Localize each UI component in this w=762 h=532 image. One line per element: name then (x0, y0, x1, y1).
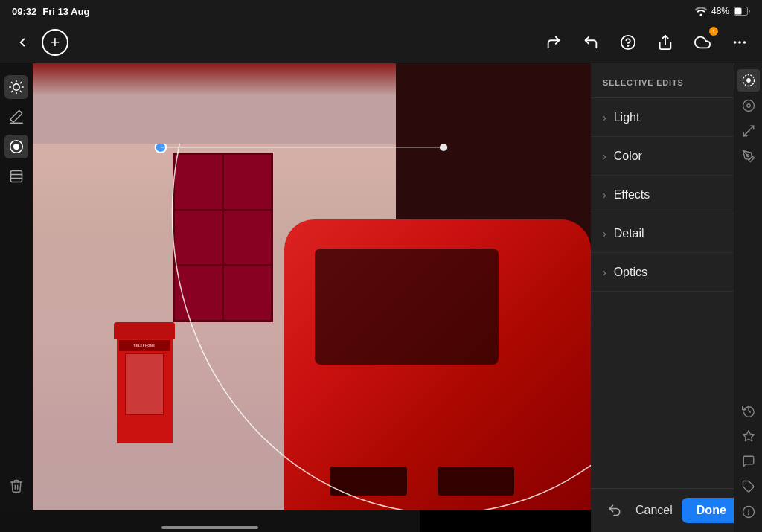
panel-header: SELECTIVE EDITS (591, 63, 734, 98)
presets-tool[interactable] (737, 425, 760, 447)
panel-undo-button[interactable] (603, 499, 627, 522)
far-right-sidebar (734, 63, 762, 532)
phone-box-window (125, 353, 164, 415)
svg-point-7 (743, 41, 746, 44)
pen-tool[interactable] (737, 145, 760, 167)
time: 09:32 (12, 6, 36, 17)
toolbar-left: + (9, 29, 68, 56)
svg-rect-19 (11, 171, 22, 182)
bus-window (315, 249, 499, 365)
eraser-tool-button[interactable] (4, 105, 28, 129)
radial-select-button[interactable] (4, 135, 28, 158)
battery-percent: 48% (711, 6, 729, 16)
chevron-right-icon: › (603, 150, 606, 162)
panel-item-effects-label: Effects (614, 188, 650, 202)
svg-line-16 (20, 83, 21, 83)
undo-button[interactable] (577, 29, 604, 56)
status-bar: 09:32 Fri 13 Aug 48% (0, 0, 762, 22)
panel-item-detail-label: Detail (614, 227, 644, 240)
panel-item-color[interactable]: › Color (591, 137, 734, 176)
help-button[interactable] (615, 29, 641, 56)
status-left: 09:32 Fri 13 Aug (12, 6, 89, 17)
notification-badge: 1 (709, 27, 718, 36)
cloud-notification: 1 (689, 29, 716, 56)
canvas-bottom (0, 510, 420, 532)
date: Fri 13 Aug (42, 6, 89, 17)
panel-item-optics[interactable]: › Optics (591, 253, 734, 292)
wall-window (173, 153, 273, 322)
history-tool[interactable] (737, 400, 760, 422)
delete-button[interactable] (4, 474, 28, 498)
panel-item-light-label: Light (614, 111, 640, 124)
redo-button[interactable] (540, 29, 567, 56)
chevron-right-icon: › (603, 112, 606, 124)
selective-edits-tool[interactable] (737, 69, 760, 92)
panel-item-light[interactable]: › Light (591, 98, 734, 137)
panel-title: SELECTIVE EDITS (603, 78, 684, 87)
svg-point-29 (746, 104, 750, 108)
back-button[interactable] (9, 29, 36, 56)
toolbar-right: 1 (540, 29, 753, 56)
cancel-button[interactable]: Cancel (627, 498, 682, 523)
panel-bottom-left (603, 499, 627, 522)
panel-bottom: Cancel Done (591, 488, 734, 532)
chevron-right-icon: › (603, 266, 606, 278)
panel-item-detail[interactable]: › Detail (591, 214, 734, 253)
svg-line-12 (20, 91, 21, 92)
more-button[interactable] (726, 29, 753, 56)
panel-item-optics-label: Optics (614, 266, 647, 279)
svg-point-24 (440, 144, 447, 151)
phone-box-top (114, 322, 176, 339)
svg-marker-31 (743, 431, 754, 441)
svg-point-8 (13, 84, 19, 90)
panel-items: › Light › Color › Effects › Detail › Opt… (591, 98, 734, 488)
left-toolbar (0, 63, 33, 510)
phone-box: TELEPHONE (117, 331, 173, 443)
top-toolbar: + (0, 22, 762, 63)
gradient-tool-button[interactable] (4, 164, 28, 188)
healing-tool[interactable] (737, 94, 760, 117)
right-panel: SELECTIVE EDITS › Light › Color › Effect… (591, 63, 734, 532)
crop-rotate-tool[interactable] (737, 120, 760, 142)
info-tool[interactable] (737, 501, 760, 523)
svg-point-28 (743, 100, 754, 112)
battery-icon (734, 7, 750, 16)
svg-point-27 (746, 79, 750, 83)
svg-rect-1 (735, 8, 742, 15)
panel-item-effects[interactable]: › Effects (591, 176, 734, 214)
panel-item-color-label: Color (614, 150, 642, 163)
canvas-area: TELEPHONE (0, 63, 591, 532)
status-right: 48% (695, 6, 750, 16)
svg-line-15 (12, 91, 13, 92)
wifi-icon (695, 7, 707, 16)
chevron-right-icon: › (603, 189, 606, 201)
svg-line-11 (12, 83, 13, 83)
photo-container[interactable]: TELEPHONE (33, 63, 591, 510)
add-button[interactable]: + (42, 29, 68, 56)
svg-point-6 (738, 41, 741, 44)
tags-tool[interactable] (737, 475, 760, 498)
chevron-right-icon: › (603, 228, 606, 240)
bus (284, 219, 592, 510)
home-indicator (161, 526, 258, 529)
svg-point-30 (746, 155, 749, 157)
svg-point-18 (14, 144, 19, 150)
done-button[interactable]: Done (682, 498, 741, 523)
exposure-tool-button[interactable] (4, 75, 28, 99)
svg-point-5 (734, 41, 737, 44)
comments-tool[interactable] (737, 450, 760, 472)
share-button[interactable] (652, 29, 679, 56)
